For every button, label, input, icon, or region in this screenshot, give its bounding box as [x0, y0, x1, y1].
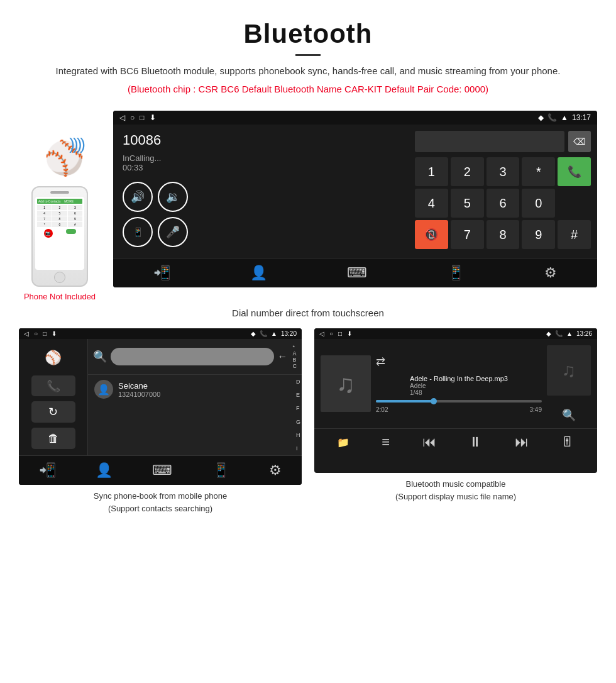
- contact-number: 13241007000: [118, 391, 160, 398]
- numpad-hash[interactable]: #: [558, 220, 591, 249]
- small-music-note-icon: ♫: [562, 360, 576, 381]
- bluetooth-icon-area: ⚾ )))): [35, 130, 85, 180]
- music-main: ♫ ⇄ Adele - Rolling In the Deep.mp3 Adel…: [314, 339, 597, 428]
- music-layout: ♫ ⇄ Adele - Rolling In the Deep.mp3 Adel…: [314, 339, 597, 455]
- transfer-btn[interactable]: 📱: [123, 217, 153, 247]
- phone-mockup: ⚾ )))) Add to Contacts MORE 123 456 789 …: [19, 111, 101, 301]
- phonebook-bottom-bar: 📲 👤 ⌨ 📱 ⚙: [19, 455, 302, 485]
- music-time: 13:26: [576, 330, 592, 337]
- music-progress-bar[interactable]: [376, 400, 542, 403]
- call-btn[interactable]: 📞: [558, 157, 591, 186]
- folder-icon[interactable]: 📁: [337, 436, 349, 448]
- numpad-3[interactable]: 3: [487, 157, 520, 186]
- numpad-1[interactable]: 1: [415, 157, 448, 186]
- page-title: Bluetooth: [13, 19, 603, 49]
- volume-down-btn[interactable]: 🔉: [158, 182, 188, 212]
- phone-icon: 📞: [547, 113, 557, 122]
- call-sidebar-btn[interactable]: 📞: [31, 375, 75, 397]
- phone-image: Add to Contacts MORE 123 456 789 *0# 📷: [31, 186, 88, 287]
- song-title: Adele - Rolling In the Deep.mp3: [410, 375, 508, 382]
- dial-status-bar: ◁ ○ □ ⬇ ◆ 📞 ▲ 13:17: [113, 111, 597, 125]
- square-btn: □: [140, 113, 144, 122]
- song-info: Adele - Rolling In the Deep.mp3 Adele 1/…: [410, 375, 508, 396]
- status-left: ◁ ○ □ ⬇: [119, 113, 156, 122]
- music-progress-fill: [376, 400, 434, 403]
- music-time-current: 2:02: [376, 406, 388, 413]
- wifi-icon: ▲: [561, 113, 568, 122]
- numpad-7[interactable]: 7: [451, 220, 484, 249]
- pb-phone-icon[interactable]: 📱: [212, 462, 229, 479]
- status-right: ◆ 📞 ▲ 13:17: [538, 113, 591, 122]
- song-count: 1/48: [410, 389, 508, 396]
- phonebook-screen: ◁○□⬇ ◆📞▲ 13:20 ⚾ 📞 ↻ 🗑: [19, 328, 302, 485]
- playlist-icon[interactable]: ≡: [382, 434, 390, 450]
- pb-contacts-icon[interactable]: 👤: [96, 462, 113, 479]
- contact-name: Seicane: [118, 381, 160, 391]
- dial-number: 10086: [123, 132, 399, 148]
- search-oval[interactable]: [111, 348, 274, 365]
- refresh-sidebar-btn[interactable]: ↻: [31, 401, 75, 423]
- home-btn: ○: [130, 113, 135, 122]
- album-art-large: ♫: [321, 355, 371, 412]
- phone-home-btn: [54, 272, 65, 283]
- phone-not-included-label: Phone Not Included: [24, 292, 96, 301]
- search-icon: 🔍: [93, 350, 107, 364]
- equalizer-icon[interactable]: 🎚: [561, 434, 575, 450]
- next-track-btn[interactable]: ⏭: [515, 434, 529, 450]
- backspace-btn[interactable]: ⌫: [568, 131, 591, 152]
- dial-right-panel: ⌫ 1 2 3 * 📞 4 5 6 0 📵 7 8 9 #: [409, 125, 597, 258]
- settings-icon[interactable]: ⚙: [544, 265, 557, 281]
- pb-settings-icon[interactable]: ⚙: [269, 462, 282, 479]
- numpad-4[interactable]: 4: [415, 189, 448, 218]
- dial-btn-row-1: 🔊 🔉: [123, 182, 399, 212]
- dial-input-field[interactable]: [415, 131, 564, 152]
- phonebook-list: 👤 Seicane 13241007000 DEFGHI: [88, 375, 302, 455]
- page-header: Bluetooth Integrated with BC6 Bluetooth …: [0, 0, 616, 111]
- dialpad-icon[interactable]: ⌨: [347, 265, 367, 281]
- title-divider: [295, 54, 321, 56]
- numpad-2[interactable]: 2: [451, 157, 484, 186]
- call-log-icon[interactable]: 📲: [153, 265, 170, 281]
- music-screen-wrap: ◁○□⬇ ◆📞▲ 13:26 ♫ ⇄: [308, 328, 597, 514]
- music-search-icon[interactable]: 🔍: [562, 408, 576, 422]
- pb-dialpad-icon[interactable]: ⌨: [152, 462, 172, 479]
- phonebook-layout: ⚾ 📞 ↻ 🗑 🔍 ← *ABC: [19, 339, 302, 455]
- numpad-6[interactable]: 6: [487, 189, 520, 218]
- subtitle-text: Integrated with BC6 Bluetooth module, su…: [13, 64, 603, 79]
- volume-up-btn[interactable]: 🔊: [123, 182, 153, 212]
- bluetooth-sidebar-btn[interactable]: ⚾: [41, 345, 66, 370]
- end-call-btn[interactable]: 📵: [415, 220, 448, 249]
- music-controls: 📁 ≡ ⏮ ⏸ ⏭ 🎚: [314, 428, 597, 455]
- dial-left-panel: 10086 InCalling... 00:33 🔊 🔉 📱: [113, 125, 409, 258]
- phonebook-time: 13:20: [281, 330, 297, 337]
- play-pause-btn[interactable]: ⏸: [468, 434, 482, 450]
- mute-btn[interactable]: 🎤: [158, 217, 188, 247]
- numpad-star[interactable]: *: [522, 157, 555, 186]
- phone-transfer-icon[interactable]: 📱: [448, 265, 465, 281]
- phonebook-sidebar: ⚾ 📞 ↻ 🗑: [19, 339, 88, 455]
- pb-call-log-icon[interactable]: 📲: [39, 462, 56, 479]
- delete-sidebar-btn[interactable]: 🗑: [31, 428, 75, 449]
- music-caption: Bluetooth music compatible(Support displ…: [392, 478, 519, 503]
- dial-caption: Dial number direct from touchscreen: [0, 308, 616, 318]
- main-demo-section: ⚾ )))) Add to Contacts MORE 123 456 789 …: [0, 111, 616, 301]
- phone-screen: Add to Contacts MORE 123 456 789 *0# 📷: [35, 197, 84, 270]
- numpad-0[interactable]: 0: [522, 189, 555, 218]
- contacts-icon[interactable]: 👤: [250, 265, 267, 281]
- album-art-small: ♫: [547, 345, 591, 396]
- contact-item[interactable]: 👤 Seicane 13241007000: [88, 375, 302, 404]
- music-screen: ◁○□⬇ ◆📞▲ 13:26 ♫ ⇄: [314, 328, 597, 473]
- numpad-5[interactable]: 5: [451, 189, 484, 218]
- shuffle-icon[interactable]: ⇄: [376, 355, 385, 369]
- location-icon: ◆: [538, 113, 544, 122]
- music-right: ♫ 🔍: [547, 345, 591, 422]
- phone-screen-header: Add to Contacts MORE: [37, 199, 82, 204]
- numpad-8[interactable]: 8: [487, 220, 520, 249]
- music-time-row: 2:02 3:49: [376, 406, 542, 413]
- prev-track-btn[interactable]: ⏮: [422, 434, 436, 450]
- numpad-9[interactable]: 9: [522, 220, 555, 249]
- music-center: ⇄ Adele - Rolling In the Deep.mp3 Adele …: [371, 355, 547, 413]
- download-icon: ⬇: [150, 113, 156, 122]
- dial-status: InCalling...: [123, 153, 399, 163]
- music-status-bar: ◁○□⬇ ◆📞▲ 13:26: [314, 328, 597, 339]
